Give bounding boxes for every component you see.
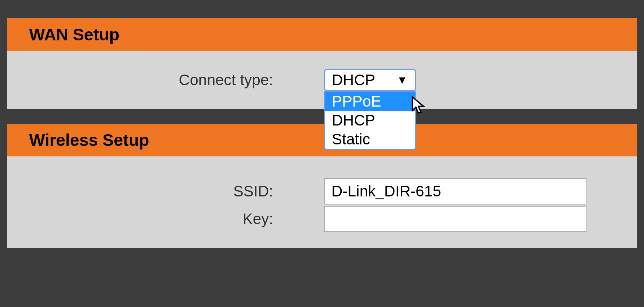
connect-type-dropdown: PPPoE DHCP Static — [324, 91, 416, 150]
ssid-input[interactable] — [324, 178, 586, 204]
wireless-setup-body: SSID: Key: — [7, 156, 637, 248]
connect-type-option-pppoe[interactable]: PPPoE — [325, 92, 415, 111]
ssid-label: SSID: — [7, 183, 324, 200]
chevron-down-icon: ▼ — [397, 74, 408, 86]
connect-type-row: Connect type: DHCP ▼ PPPoE DHCP Static — [7, 69, 637, 91]
wireless-setup-section: Wireless Setup SSID: Key: — [7, 124, 637, 248]
ssid-row: SSID: — [7, 178, 637, 204]
wan-setup-section: WAN Setup Connect type: DHCP ▼ PPPoE DHC… — [7, 18, 637, 109]
connect-type-option-static[interactable]: Static — [325, 130, 415, 149]
key-label: Key: — [7, 210, 324, 228]
key-row: Key: — [7, 206, 637, 232]
connect-type-selected-value: DHCP — [332, 71, 375, 89]
connect-type-label: Connect type: — [7, 71, 324, 89]
key-input[interactable] — [324, 206, 586, 232]
connect-type-select[interactable]: DHCP ▼ — [324, 69, 416, 91]
wireless-setup-header: Wireless Setup — [7, 124, 637, 156]
wan-setup-header: WAN Setup — [7, 18, 637, 51]
connect-type-option-dhcp[interactable]: DHCP — [325, 111, 415, 130]
wan-setup-body: Connect type: DHCP ▼ PPPoE DHCP Static — [7, 51, 637, 109]
connect-type-select-wrap: DHCP ▼ PPPoE DHCP Static — [324, 69, 416, 91]
